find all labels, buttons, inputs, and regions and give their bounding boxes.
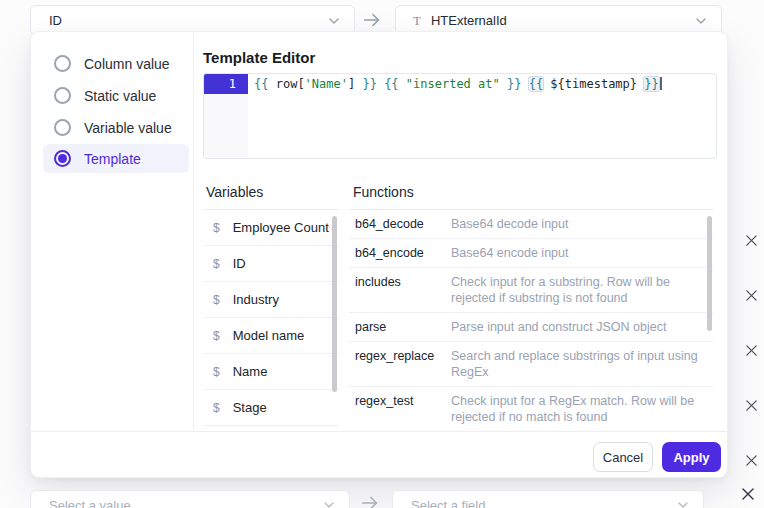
variable-item[interactable]: $Model name — [203, 318, 339, 354]
remove-mapping-icon[interactable] — [745, 398, 758, 416]
variable-name: Employee Count — [233, 220, 329, 235]
function-item[interactable]: b64_encodeBase64 encode input — [349, 239, 713, 268]
function-name: regex_test — [355, 393, 451, 425]
variable-dollar-icon: $ — [213, 257, 220, 271]
variable-name: Industry — [233, 292, 279, 307]
variable-name: ID — [233, 256, 246, 271]
target-field-value: HTExternalId — [431, 13, 693, 28]
radio-icon — [54, 55, 71, 72]
remove-mapping-icon[interactable] — [745, 233, 758, 251]
function-description: Parse input and construct JSON object — [451, 319, 701, 335]
function-description: Check input for a substring. Row will be… — [451, 274, 701, 306]
variable-item[interactable]: $Name — [203, 354, 339, 390]
code-token — [521, 77, 528, 91]
functions-heading: Functions — [353, 184, 414, 200]
radio-icon — [54, 119, 71, 136]
code-token: }} — [507, 77, 521, 91]
function-description: Check input for a RegEx match. Row will … — [451, 393, 701, 425]
template-editor-dialog: Column value Static value Variable value… — [30, 31, 728, 478]
radio-option-label: Column value — [84, 56, 170, 72]
bottom-source-select[interactable]: Select a value... — [30, 490, 350, 508]
bottom-target-select[interactable]: Select a field... — [392, 490, 704, 508]
variable-item[interactable]: $ID — [203, 246, 339, 282]
variable-dollar-icon: $ — [213, 401, 220, 415]
radio-option-variable-value[interactable]: Variable value — [43, 113, 189, 142]
cancel-button[interactable]: Cancel — [593, 442, 653, 472]
text-type-icon: T — [413, 13, 421, 29]
screen: ID T HTExternalId Column value Static va… — [0, 0, 764, 508]
function-item[interactable]: regex_replaceSearch and replace substrin… — [349, 342, 713, 387]
radio-option-label: Variable value — [84, 120, 172, 136]
apply-button[interactable]: Apply — [662, 442, 721, 472]
function-description: Search and replace substrings of input u… — [451, 348, 701, 380]
editor-code-line[interactable]: {{ row['Name'] }} {{ "inserted at" }} {{… — [248, 74, 716, 158]
radio-checked-icon — [54, 150, 71, 167]
variable-dollar-icon: $ — [213, 221, 220, 235]
function-item[interactable]: regex_testCheck input for a RegEx match.… — [349, 387, 713, 431]
variables-list: $Employee Count$ID$Industry$Model name$N… — [203, 209, 339, 431]
radio-option-template[interactable]: Template — [43, 144, 189, 173]
variable-dollar-icon: $ — [213, 293, 220, 307]
function-item[interactable]: parseParse input and construct JSON obje… — [349, 313, 713, 342]
line-number: 1 — [204, 74, 248, 94]
function-item[interactable]: includesCheck input for a substring. Row… — [349, 268, 713, 313]
dialog-title: Template Editor — [203, 49, 315, 66]
radio-option-column-value[interactable]: Column value — [43, 49, 189, 78]
code-token: ${timestamp} — [550, 77, 637, 91]
code-token: 'Name' — [305, 77, 348, 91]
chevron-down-icon — [693, 13, 709, 29]
radio-option-label: Static value — [84, 88, 156, 104]
bottom-source-placeholder: Select a value... — [49, 498, 321, 508]
code-editor[interactable]: 1 {{ row['Name'] }} {{ "inserted at" }} … — [203, 73, 717, 159]
function-name: regex_replace — [355, 348, 451, 380]
function-name: b64_decode — [355, 216, 451, 232]
remove-mapping-icon[interactable] — [745, 288, 758, 306]
function-name: includes — [355, 274, 451, 306]
radio-option-label: Template — [84, 151, 141, 167]
dialog-footer: Cancel Apply — [31, 431, 729, 478]
code-token — [399, 77, 406, 91]
remove-mapping-icon[interactable] — [745, 343, 758, 361]
remove-mapping-icon[interactable] — [740, 486, 756, 506]
arrow-right-icon — [359, 492, 381, 508]
variable-dollar-icon: $ — [213, 329, 220, 343]
variables-scrollbar[interactable] — [332, 216, 337, 392]
code-token: [ — [297, 77, 304, 91]
code-token: }} — [362, 77, 376, 91]
variables-heading: Variables — [206, 184, 263, 200]
value-type-options: Column value Static value Variable value… — [31, 32, 194, 431]
function-description: Base64 decode input — [451, 216, 701, 232]
code-token: row — [276, 77, 298, 91]
code-token: {{ — [529, 77, 543, 91]
variable-dollar-icon: $ — [213, 365, 220, 379]
chevron-down-icon — [675, 497, 691, 508]
bottom-target-placeholder: Select a field... — [411, 498, 675, 508]
code-token: }} — [644, 77, 658, 91]
editor-gutter: 1 — [204, 74, 248, 158]
variable-item[interactable]: $Industry — [203, 282, 339, 318]
text-cursor — [660, 77, 662, 90]
radio-option-static-value[interactable]: Static value — [43, 81, 189, 110]
variable-name: Model name — [233, 328, 305, 343]
chevron-down-icon — [326, 13, 342, 29]
code-token: "inserted at" — [406, 77, 500, 91]
source-column-value: ID — [49, 13, 326, 28]
chevron-down-icon — [321, 497, 337, 508]
variable-name: Stage — [233, 400, 267, 415]
variable-name: Name — [233, 364, 268, 379]
code-token — [500, 77, 507, 91]
function-name: b64_encode — [355, 245, 451, 261]
function-name: parse — [355, 319, 451, 335]
functions-scrollbar[interactable] — [707, 216, 712, 331]
functions-list: b64_decodeBase64 decode inputb64_encodeB… — [349, 209, 713, 431]
variable-item[interactable]: $Employee Count — [203, 210, 339, 246]
code-token: {{ — [254, 77, 268, 91]
function-description: Base64 encode input — [451, 245, 701, 261]
code-token: {{ — [384, 77, 398, 91]
code-token — [268, 77, 275, 91]
remove-mapping-icon[interactable] — [745, 453, 758, 471]
radio-icon — [54, 87, 71, 104]
variable-item[interactable]: $Stage — [203, 390, 339, 426]
function-item[interactable]: b64_decodeBase64 decode input — [349, 210, 713, 239]
